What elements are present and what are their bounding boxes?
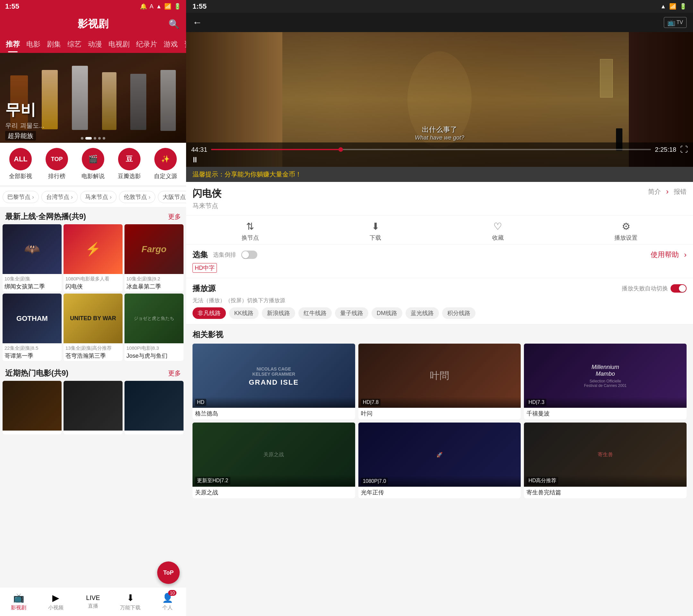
qa-top[interactable]: TOP 排行榜 <box>39 148 75 180</box>
tv-button[interactable]: 📺 TV <box>664 17 687 28</box>
movie-card-7[interactable] <box>3 381 62 434</box>
subtitle-en: What have we got? <box>415 135 464 141</box>
float-top-button[interactable]: ToP <box>157 561 180 584</box>
source-auto-switch: 播放失败自动切换 <box>622 284 687 293</box>
movie-card-6[interactable]: ジョゼと虎と魚たち 1080Pi电影|8.3 Jose与虎与鱼们 <box>124 294 183 361</box>
source-node-kk[interactable]: KK线路 <box>229 307 259 319</box>
bnav-shortvideo[interactable]: ▶ 小视频 <box>37 588 75 616</box>
report-button[interactable]: 报错 <box>674 187 687 196</box>
movie-info-6: 1080Pi电影|8.3 Jose与虎与鱼们 <box>124 343 183 361</box>
signal-icon: 📶 <box>164 3 171 10</box>
qa-custom[interactable]: ✨ 自定义源 <box>147 148 183 180</box>
action-download[interactable]: ⬇ 下载 <box>370 221 381 242</box>
movie-info-1: 10集全|剧集 绑闻女孩第二季 <box>3 274 62 292</box>
node-osaka[interactable]: 大阪节点 <box>158 191 186 203</box>
search-icon[interactable]: 🔍 <box>169 19 180 29</box>
download-icon: ⬇ <box>372 221 379 232</box>
related-overlay-1: HD <box>193 397 355 408</box>
related-card-1[interactable]: NICOLAS CAGEKELSEY GRAMMER GRAND ISLE HD… <box>193 344 355 419</box>
section1-title: 最新上线·全网热播(共9) <box>5 212 86 222</box>
qa-douban-label: 豆瓣选影 <box>118 172 141 180</box>
qa-top-icon: TOP <box>45 148 68 171</box>
subtitle-area: 出什么事了 What have we got? <box>415 125 464 141</box>
player-header: ← 📺 TV <box>186 13 693 32</box>
source-note: 无法（播放）（投屏）切换下方播放源 <box>193 297 687 304</box>
intro-button[interactable]: 简介 <box>648 187 661 196</box>
movie-card-5[interactable]: UNITED BY WAR 13集全|剧集|高分推荐 苍穹浩瀚第三季 <box>63 294 122 361</box>
movie-badge-6: 1080Pi电影|8.3 <box>126 345 182 351</box>
banner[interactable]: 무비 우리 괴물도... 超异能族 <box>0 53 186 143</box>
nav-tab-tv[interactable]: 电视剧 <box>105 38 133 51</box>
movie-detail: 闪电侠 马来节点 简介 › 报错 <box>186 182 693 216</box>
node-london[interactable]: 伦敦节点 <box>119 191 155 203</box>
back-button[interactable]: ← <box>193 17 202 28</box>
action-favorite[interactable]: ♡ 收藏 <box>492 221 504 242</box>
movie-card-4[interactable]: GOTHAM 22集全|剧集|8.5 哥谭第一季 <box>3 294 62 361</box>
nav-tab-recommend[interactable]: 推荐 <box>3 38 23 51</box>
qa-all[interactable]: ALL 全部影视 <box>3 148 39 180</box>
nav-tab-variety[interactable]: 综艺 <box>64 38 85 51</box>
settings-icon: ⚙ <box>622 221 630 232</box>
action-playback-settings[interactable]: ⚙ 播放设置 <box>614 221 637 242</box>
node-malaysia[interactable]: 马来节点 <box>80 191 117 203</box>
dot-2 <box>85 137 92 140</box>
source-node-liangzi[interactable]: 量子线路 <box>335 307 368 319</box>
action-switch-node[interactable]: ⇅ 换节点 <box>242 221 259 242</box>
episodes-help[interactable]: 使用帮助 <box>651 250 679 260</box>
bnav-videodrama[interactable]: 📺 影视剧 <box>0 588 37 616</box>
related-info-3: 千禧曼波 <box>524 408 687 419</box>
banner-figure-4 <box>102 72 117 130</box>
related-info-5: 光年正传 <box>358 487 521 498</box>
section2-more[interactable]: 更多 <box>168 369 181 378</box>
nav-tab-series[interactable]: 剧集 <box>44 38 64 51</box>
episodes-sort-toggle[interactable] <box>241 251 257 259</box>
nav-tab-game[interactable]: 游戏 <box>160 38 181 51</box>
bnav-live-icon: LIVE <box>86 594 100 601</box>
bnav-shortvideo-icon: ▶ <box>52 593 59 603</box>
movie-card-1[interactable]: 🦇 10集全|剧集 绑闻女孩第二季 <box>3 224 62 292</box>
qa-explain[interactable]: 🎬 电影解说 <box>75 148 111 180</box>
movie-name-4: 哥谭第一季 <box>4 352 60 360</box>
section1-header: 最新上线·全网热播(共9) 更多 <box>0 207 186 224</box>
bnav-live[interactable]: LIVE 直播 <box>75 588 112 616</box>
movie-detail-title-area: 闪电侠 马来节点 <box>193 187 221 210</box>
favorite-label: 收藏 <box>492 234 504 242</box>
bnav-download-icon: ⬇ <box>127 593 134 603</box>
related-card-4[interactable]: 关原之战 更新至HD|7.2 关原之战 <box>193 422 355 498</box>
nav-tab-news[interactable]: 资讯 <box>181 38 186 51</box>
source-node-fenfan[interactable]: 非凡线路 <box>193 307 226 319</box>
movie-card-3[interactable]: Fargo 10集全|剧集|9.2 冰血暴第二季 <box>124 224 183 292</box>
node-paris[interactable]: 巴黎节点 <box>3 191 39 203</box>
movie-name-5: 苍穹浩瀚第三季 <box>65 352 121 360</box>
left-status-icons: 🔔 A ▲ 📶 🔋 <box>140 3 181 10</box>
movie-card-9[interactable] <box>124 381 183 434</box>
related-card-3[interactable]: Millennium Mambo Sélection OfficielleFes… <box>524 344 687 419</box>
movie-info-2: 1080Pi电影最多人看 闪电侠 <box>63 274 122 292</box>
nav-tab-movie[interactable]: 电影 <box>23 38 44 51</box>
bnav-download[interactable]: ⬇ 万能下载 <box>112 588 149 616</box>
share-tip: 温馨提示：分享能为你躺赚大量金币！ <box>186 167 693 182</box>
movie-card-2[interactable]: ⚡ 1080Pi电影最多人看 闪电侠 <box>63 224 122 292</box>
auto-switch-toggle[interactable] <box>671 284 687 293</box>
section1-more[interactable]: 更多 <box>168 212 181 221</box>
node-taiwan[interactable]: 台湾节点 <box>41 191 78 203</box>
qa-douban[interactable]: 豆 豆瓣选影 <box>111 148 147 180</box>
hd-badge: HD中字 <box>193 263 217 273</box>
related-card-2[interactable]: 叶問 HD|7.8 叶问 <box>358 344 521 419</box>
progress-track[interactable] <box>211 149 651 150</box>
play-pause-button[interactable]: ⏸ <box>191 155 199 164</box>
source-node-jifen[interactable]: 积分线路 <box>442 307 475 319</box>
source-node-dm[interactable]: DM线路 <box>372 307 402 319</box>
episodes-sort: 选集倒排 <box>213 251 236 259</box>
movie-card-8[interactable] <box>63 381 122 434</box>
source-node-xinlang[interactable]: 新浪线路 <box>262 307 295 319</box>
related-card-5[interactable]: 🚀 1080P|7.0 光年正传 <box>358 422 521 498</box>
source-node-languang[interactable]: 蓝光线路 <box>405 307 439 319</box>
related-thumb-2: 叶問 HD|7.8 <box>358 344 521 408</box>
nav-tab-anime[interactable]: 动漫 <box>85 38 105 51</box>
source-node-hongniu[interactable]: 红牛线路 <box>298 307 332 319</box>
nav-tab-doc[interactable]: 纪录片 <box>133 38 160 51</box>
bnav-profile[interactable]: 👤 个人 10 <box>149 588 186 616</box>
related-card-6[interactable]: 寄生兽 HD高分推荐 寄生兽完结篇 <box>524 422 687 498</box>
fullscreen-button[interactable]: ⛶ <box>680 145 688 154</box>
